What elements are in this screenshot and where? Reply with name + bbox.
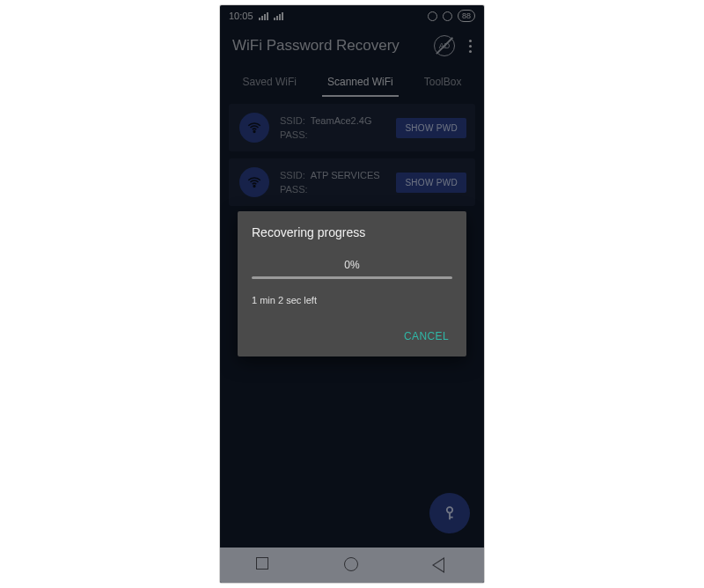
svg-point-0 — [253, 131, 255, 133]
dialog-actions: CANCEL — [252, 325, 452, 348]
alarm-icon — [428, 11, 437, 21]
phone-frame: 10:05 88 WiFi Password Recovery AD Saved… — [220, 5, 484, 583]
tab-toolbox[interactable]: ToolBox — [419, 69, 467, 97]
clock-icon — [443, 11, 452, 21]
status-bar: 10:05 88 — [220, 5, 484, 26]
svg-point-2 — [447, 507, 452, 512]
wifi-icon — [239, 167, 269, 197]
app-title: WiFi Password Recovery — [232, 37, 400, 55]
tab-bar: Saved WiFi Scanned WiFi ToolBox — [220, 65, 484, 97]
tab-scanned-wifi[interactable]: Scanned WiFi — [322, 69, 399, 97]
progress-percent: 0% — [252, 259, 452, 271]
recover-fab[interactable] — [429, 493, 470, 533]
pass-label: PASS: — [280, 128, 308, 143]
no-ads-icon[interactable]: AD — [434, 35, 455, 56]
ssid-label: SSID: — [280, 168, 305, 183]
ad-label: AD — [439, 41, 451, 50]
progress-bar — [252, 276, 452, 279]
recent-apps-button[interactable] — [256, 557, 272, 573]
status-right: 88 — [428, 10, 475, 22]
show-password-button[interactable]: SHOW PWD — [396, 118, 466, 138]
tab-saved-wifi[interactable]: Saved WiFi — [238, 69, 302, 97]
status-time: 10:05 — [229, 11, 253, 21]
system-nav-bar — [220, 548, 484, 583]
dialog-title: Recovering progress — [252, 225, 452, 239]
battery-indicator: 88 — [458, 10, 475, 22]
home-button[interactable] — [344, 557, 360, 573]
progress-section: 0% — [252, 259, 452, 279]
network-info: SSID:TeamAce2.4G PASS: — [280, 114, 385, 143]
network-card[interactable]: SSID:ATP SERVICES PASS: SHOW PWD — [229, 158, 475, 206]
cancel-button[interactable]: CANCEL — [400, 325, 452, 348]
overflow-menu-icon[interactable] — [466, 36, 475, 56]
wifi-icon — [239, 113, 269, 143]
ssid-value: ATP SERVICES — [311, 168, 380, 183]
app-bar: WiFi Password Recovery AD — [220, 26, 484, 65]
ssid-label: SSID: — [280, 114, 305, 129]
network-card[interactable]: SSID:TeamAce2.4G PASS: SHOW PWD — [229, 104, 475, 151]
progress-dialog: Recovering progress 0% 1 min 2 sec left … — [238, 211, 466, 356]
signal-icon — [259, 11, 268, 20]
progress-eta: 1 min 2 sec left — [252, 295, 452, 305]
show-password-button[interactable]: SHOW PWD — [396, 173, 466, 193]
signal-icon — [274, 11, 283, 20]
ssid-value: TeamAce2.4G — [311, 114, 372, 129]
network-list: SSID:TeamAce2.4G PASS: SHOW PWD SSID:ATP… — [220, 97, 484, 213]
network-info: SSID:ATP SERVICES PASS: — [280, 168, 385, 197]
back-button[interactable] — [432, 557, 448, 573]
pass-label: PASS: — [280, 182, 308, 197]
app-actions: AD — [434, 35, 475, 56]
status-left: 10:05 — [229, 11, 283, 21]
svg-point-1 — [253, 186, 255, 187]
